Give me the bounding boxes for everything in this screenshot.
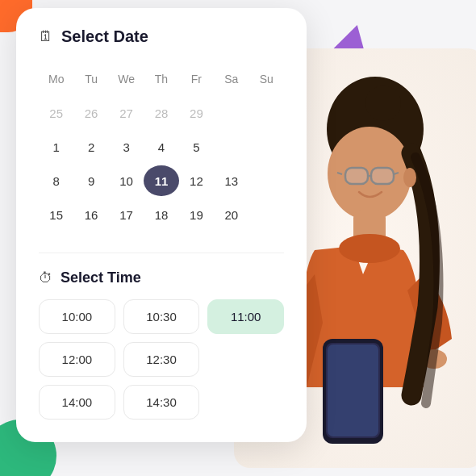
cal-day-20[interactable]: 20 xyxy=(214,199,248,230)
time-slot-empty-1 xyxy=(207,342,284,377)
time-slot-1230[interactable]: 12:30 xyxy=(123,342,200,377)
cal-day-29-prev[interactable]: 29 xyxy=(179,98,214,128)
cal-day-2[interactable]: 2 xyxy=(73,132,108,162)
time-section: ⏱ Select Time 10:00 10:30 11:00 12:00 12… xyxy=(39,269,284,420)
cal-day-25-prev[interactable]: 25 xyxy=(39,98,73,128)
clock-icon: ⏱ xyxy=(39,270,52,286)
cal-day-3[interactable]: 3 xyxy=(109,132,144,162)
cal-day-28-prev[interactable]: 28 xyxy=(144,98,178,128)
cal-day-16[interactable]: 16 xyxy=(73,199,108,230)
time-slot-1030[interactable]: 10:30 xyxy=(123,299,200,334)
cal-day-empty-1 xyxy=(214,98,248,128)
cal-day-9[interactable]: 9 xyxy=(73,165,108,196)
cal-day-12[interactable]: 12 xyxy=(179,165,214,196)
cal-day-empty-5 xyxy=(249,165,284,196)
svg-point-2 xyxy=(365,86,401,121)
svg-rect-15 xyxy=(328,344,378,436)
time-slot-1100[interactable]: 11:00 xyxy=(207,299,284,334)
weekday-fr: Fr xyxy=(179,64,214,94)
weekday-mo: Mo xyxy=(39,64,73,94)
cal-day-27-prev[interactable]: 27 xyxy=(109,98,144,128)
cal-day-8[interactable]: 8 xyxy=(39,165,73,196)
cal-day-17[interactable]: 17 xyxy=(109,199,144,230)
time-header: ⏱ Select Time xyxy=(39,269,284,286)
cal-day-empty-4 xyxy=(249,132,284,162)
card-header: 🗓 Select Date xyxy=(39,27,284,46)
cal-day-26-prev[interactable]: 26 xyxy=(73,98,108,128)
time-grid: 10:00 10:30 11:00 12:00 12:30 14:00 14:3… xyxy=(39,299,284,420)
time-slot-1200[interactable]: 12:00 xyxy=(39,342,115,377)
cal-day-empty-6 xyxy=(249,199,284,230)
section-divider xyxy=(39,253,284,253)
select-time-title: Select Time xyxy=(61,269,141,286)
date-time-card: 🗓 Select Date Mo Tu We Th Fr Sa Su 25 26… xyxy=(16,8,307,442)
cal-day-11[interactable]: 11 xyxy=(144,165,178,196)
weekday-we: We xyxy=(109,64,144,94)
cal-day-13[interactable]: 13 xyxy=(214,165,248,196)
svg-point-10 xyxy=(339,234,400,263)
cal-day-15[interactable]: 15 xyxy=(39,199,73,230)
cal-day-1[interactable]: 1 xyxy=(39,132,73,162)
calendar-icon: 🗓 xyxy=(39,28,53,45)
cal-day-5[interactable]: 5 xyxy=(179,132,214,162)
time-slot-1000[interactable]: 10:00 xyxy=(39,299,115,334)
cal-day-empty-2 xyxy=(249,98,284,128)
svg-rect-5 xyxy=(345,168,368,184)
time-slot-1430[interactable]: 14:30 xyxy=(123,385,200,420)
cal-day-19[interactable]: 19 xyxy=(179,199,214,230)
weekday-th: Th xyxy=(144,64,178,94)
cal-day-empty-3 xyxy=(214,132,248,162)
select-date-title: Select Date xyxy=(61,27,148,46)
svg-point-16 xyxy=(403,168,416,187)
weekday-tu: Tu xyxy=(73,64,108,94)
time-slot-empty-2 xyxy=(207,385,284,420)
cal-day-10[interactable]: 10 xyxy=(109,165,144,196)
calendar-grid: Mo Tu We Th Fr Sa Su 25 26 27 28 29 1 2 … xyxy=(39,64,284,230)
svg-rect-6 xyxy=(371,168,394,184)
cal-day-18[interactable]: 18 xyxy=(144,199,178,230)
calendar: Mo Tu We Th Fr Sa Su 25 26 27 28 29 1 2 … xyxy=(39,64,284,230)
weekday-su: Su xyxy=(249,64,284,94)
weekday-sa: Sa xyxy=(214,64,248,94)
cal-day-4[interactable]: 4 xyxy=(144,132,178,162)
time-slot-1400[interactable]: 14:00 xyxy=(39,385,115,420)
